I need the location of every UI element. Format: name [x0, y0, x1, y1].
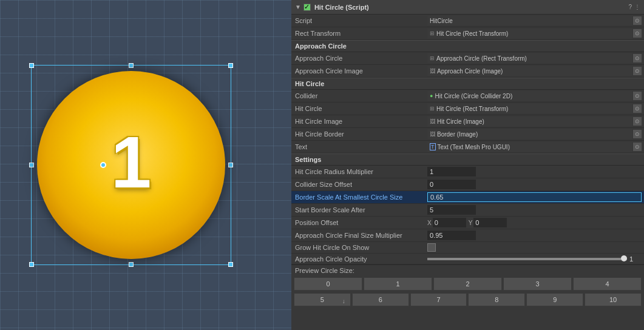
radius-multiplier-input[interactable]	[427, 167, 476, 177]
border-scale-value	[425, 192, 644, 203]
hit-circle-number: 1	[111, 126, 152, 198]
rect-transform-value: ⊞ Hit Circle (Rect Transform) ⊙	[425, 28, 644, 39]
handle-bottom-left[interactable]	[29, 262, 34, 267]
opacity-value: 1	[629, 255, 642, 263]
handle-bottom-mid[interactable]	[129, 262, 134, 267]
start-border-input[interactable]	[427, 205, 476, 215]
preview-section: Preview Circle Size: 0 1 2 3 4 5↓ 6 7 8 …	[291, 264, 644, 308]
border-scale-input[interactable]	[427, 192, 642, 202]
handle-mid-left[interactable]	[29, 163, 34, 167]
border-scale-label: Border Scale At Smallest Circle Size	[291, 193, 425, 201]
collider-value: ● Hit Circle (Circle Collider 2D) ⊙	[425, 90, 644, 101]
approach-circle-image-ref[interactable]: 🖼 Approach Circle (Image)	[427, 66, 632, 76]
start-border-row: Start Border Scale After	[291, 204, 644, 217]
position-offset-row: Position Offset X Y	[291, 217, 644, 229]
preview-btn-9[interactable]: 9	[526, 293, 583, 306]
preview-btn-5[interactable]: 5↓	[294, 293, 351, 306]
handle-top-left[interactable]	[29, 63, 34, 68]
hit-circle-image-reset[interactable]: ⊙	[633, 117, 642, 126]
help-icon[interactable]: ?	[628, 4, 632, 10]
handle-top-right[interactable]	[228, 63, 233, 68]
preview-btn-1[interactable]: 1	[364, 277, 432, 291]
preview-btn-6[interactable]: 6	[352, 293, 409, 306]
inspector-panel: ▼ ✓ Hit Circle (Script) ? ⋮ Script HitCi…	[291, 0, 644, 330]
grow-hit-row: Grow Hit Circle On Show	[291, 242, 644, 254]
handle-mid-right[interactable]	[228, 163, 233, 167]
position-offset-label: Position Offset	[291, 218, 425, 227]
x-field: X	[427, 218, 466, 227]
script-value: HitCircle ⊙	[425, 15, 644, 26]
approach-circle-image-label: Approach Circle Image	[291, 67, 425, 75]
x-input[interactable]	[433, 218, 466, 227]
hit-circle-container: 1	[31, 65, 231, 265]
approach-opacity-value: 1	[425, 255, 644, 263]
collider-ref[interactable]: ● Hit Circle (Circle Collider 2D)	[427, 91, 632, 101]
component-header: ▼ ✓ Hit Circle (Script) ? ⋮	[291, 0, 644, 15]
collider-reset[interactable]: ⊙	[633, 92, 642, 100]
y-input[interactable]	[473, 218, 507, 227]
text-ref[interactable]: T Text (Text Mesh Pro UGUI)	[427, 142, 632, 152]
grow-hit-toggle[interactable]	[427, 243, 436, 252]
hit-circle-border-ref[interactable]: 🖼 Border (Image)	[427, 129, 632, 139]
approach-circle-ref[interactable]: ⊞ Approach Circle (Rect Transform)	[427, 53, 632, 63]
rect-transform-label: Rect Transform	[291, 29, 425, 38]
hit-circle-border-value: 🖼 Border (Image) ⊙	[425, 129, 644, 140]
preview-btn-8[interactable]: 8	[468, 293, 525, 306]
opacity-slider-thumb[interactable]	[621, 255, 627, 261]
approach-circle-value: ⊞ Approach Circle (Rect Transform) ⊙	[425, 53, 644, 64]
approach-circle-image-reset[interactable]: ⊙	[633, 67, 642, 75]
inspector-body[interactable]: Script HitCircle ⊙ Rect Transform ⊞ Hit …	[291, 15, 644, 330]
preview-btn-7[interactable]: 7	[410, 293, 467, 306]
handle-bottom-right[interactable]	[228, 262, 233, 267]
hit-circle-border-reset[interactable]: ⊙	[633, 130, 642, 138]
collider-size-label: Collider Size Offset	[291, 180, 425, 189]
fold-icon[interactable]: ▼	[295, 4, 301, 10]
approach-circle-reset[interactable]: ⊙	[633, 54, 642, 62]
component-checkbox[interactable]: ✓	[303, 4, 311, 11]
approach-circle-dot	[100, 162, 106, 168]
handle-top-mid[interactable]	[129, 63, 134, 68]
hit-circle-border-label: Hit Circle Border	[291, 130, 425, 138]
opacity-slider-container[interactable]: 1	[427, 255, 642, 263]
preview-btn-2[interactable]: 2	[433, 277, 502, 291]
text-row: Text T Text (Text Mesh Pro UGUI) ⊙	[291, 141, 644, 153]
approach-final-input[interactable]	[427, 231, 476, 240]
x-label: X	[427, 220, 432, 226]
approach-opacity-row: Approach Circle Opacity 1	[291, 254, 644, 264]
script-ref-field[interactable]: HitCircle	[427, 16, 632, 25]
approach-circle-label: Approach Circle	[291, 54, 425, 62]
text-reset[interactable]: ⊙	[633, 143, 642, 151]
more-icon[interactable]: ⋮	[634, 4, 640, 10]
preview-btn-3[interactable]: 3	[503, 277, 572, 291]
approach-circle-row: Approach Circle ⊞ Approach Circle (Rect …	[291, 52, 644, 65]
rect-transform-ref[interactable]: ⊞ Hit Circle (Rect Transform)	[427, 29, 632, 38]
preview-btn-10[interactable]: 10	[585, 293, 642, 306]
text-label: Text	[291, 143, 425, 151]
preview-btn-4[interactable]: 4	[573, 277, 642, 291]
preview-btn-0[interactable]: 0	[294, 277, 362, 291]
hit-circle-field-ref[interactable]: ⊞ Hit Circle (Rect Transform)	[427, 104, 632, 113]
grow-hit-label: Grow Hit Circle On Show	[291, 243, 425, 252]
hit-circle-image-value: 🖼 Hit Circle (Image) ⊙	[425, 116, 644, 127]
rect-transform-reset[interactable]: ⊙	[633, 29, 642, 38]
scene-panel: 1	[0, 0, 291, 330]
script-label: Script	[291, 16, 425, 25]
position-offset-value: X Y	[425, 217, 644, 228]
script-reset[interactable]: ⊙	[633, 16, 642, 25]
collider-size-row: Collider Size Offset	[291, 178, 644, 191]
y-field: Y	[469, 218, 507, 227]
preview-label: Preview Circle Size:	[291, 265, 644, 276]
opacity-slider-fill	[427, 258, 621, 260]
hit-circle-field-reset[interactable]: ⊙	[633, 104, 642, 113]
collider-label: Collider	[291, 92, 425, 100]
rect-transform-row: Rect Transform ⊞ Hit Circle (Rect Transf…	[291, 27, 644, 40]
radius-multiplier-label: Hit Circle Radius Multiplier	[291, 167, 425, 176]
hit-circle-section: Hit Circle	[291, 78, 644, 90]
hit-circle-image-ref[interactable]: 🖼 Hit Circle (Image)	[427, 116, 632, 126]
opacity-slider-track[interactable]	[427, 258, 627, 260]
collider-size-input[interactable]	[427, 180, 476, 189]
text-value: T Text (Text Mesh Pro UGUI) ⊙	[425, 141, 644, 152]
hit-circle-image-label: Hit Circle Image	[291, 117, 425, 126]
approach-circle-image-row: Approach Circle Image 🖼 Approach Circle …	[291, 65, 644, 78]
script-row: Script HitCircle ⊙	[291, 15, 644, 27]
